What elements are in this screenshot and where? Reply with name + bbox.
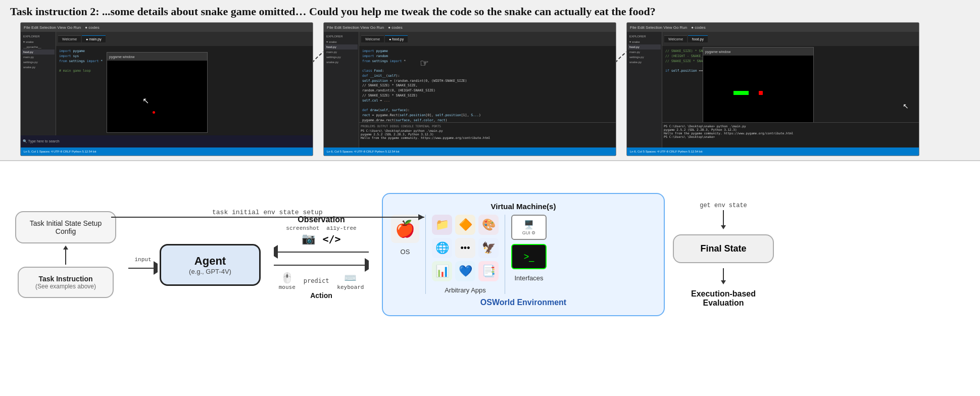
action-title: Action — [310, 291, 332, 300]
arrowhead-up — [63, 245, 68, 250]
arrowhead-down-2 — [721, 280, 726, 284]
folder-icon: 📁 — [432, 215, 452, 235]
os-column: 🍎 OS — [391, 215, 419, 256]
task-title: Task instruction 2: ...some details abou… — [10, 5, 970, 18]
action-arrow — [274, 261, 369, 270]
tab-foodpy-3: food.py — [688, 35, 708, 42]
predict-row: 🖱️ mouse predict ⌨️ keyboard — [279, 272, 364, 290]
tab-welcome-2: Welcome — [361, 35, 384, 42]
obs-arrow — [274, 247, 369, 257]
osworld-title: OSWorld Environment — [391, 298, 656, 307]
vscode-tabs-3: Welcome food.py — [662, 32, 919, 46]
sidebar-snake-2: ▾ snake — [325, 39, 358, 44]
terminal-icon: >_ — [524, 252, 534, 262]
top-section: Task instruction 2: ...some details abou… — [0, 0, 980, 161]
apps-grid: 📁 🔶 🎨 🌐 ••• 🦅 📊 💙 📑 — [432, 215, 499, 281]
vscode-tabs-1: Welcome ● main.py — [56, 32, 313, 46]
sidebar-explorer: EXPLORER — [22, 34, 55, 39]
vscode-titlebar-2: File Edit Selection View Go Run ● codes — [324, 23, 616, 32]
right-section: get env state Final State Execution-base… — [673, 202, 774, 308]
v-line-up — [65, 250, 66, 265]
get-env-state-arrow: get env state — [700, 202, 747, 229]
dots-icon: ••• — [455, 238, 475, 258]
eval-line1: Execution-based — [673, 289, 774, 299]
sidebar-explorer-3: EXPLORER — [628, 34, 661, 39]
tab-welcome-3: Welcome — [664, 35, 687, 42]
keyboard-item: ⌨️ keyboard — [337, 272, 364, 290]
sidebar-food-2: food.py — [325, 44, 358, 49]
gui-icon: 🖥️ — [524, 220, 534, 229]
vscode-sidebar-3: EXPLORER ▾ snake food.py main.py setting… — [627, 32, 662, 156]
divider-2 — [505, 215, 505, 294]
arrowhead-down-1 — [721, 225, 726, 229]
mouse-label: mouse — [279, 284, 296, 290]
vm-env-box: Virtual Machine(s) 🍎 OS 📁 🔶 🎨 — [382, 193, 665, 316]
vscode-titlebar-1: File Edit Selection View Go Run ● codes — [21, 23, 313, 32]
input-arrow: input — [128, 257, 158, 273]
vm-label: Virtual Machine(s) — [391, 202, 656, 211]
ally-tree-label: a11y-tree — [326, 225, 356, 231]
eval-box: Execution-based Evaluation — [673, 289, 774, 308]
h-line-action — [274, 265, 365, 266]
screenshot-3: File Edit Selection View Go Run ● codes … — [626, 22, 919, 156]
tab-foodpy-2: ● food.py — [385, 35, 408, 42]
os-label: OS — [401, 248, 410, 256]
screenshot-1: File Edit Selection View Go Run ● codes … — [20, 22, 313, 156]
sidebar-settings: settings.py — [22, 60, 55, 65]
input-arrow-line — [128, 264, 158, 273]
obs-icons-row: 📷 </> — [302, 232, 340, 245]
v-line-1 — [723, 210, 724, 225]
left-column: Task Initial State Setup Config Task Ins… — [15, 211, 116, 298]
down-arrow-2 — [721, 268, 726, 284]
flow-diagram: Task Initial State Setup Config Task Ins… — [15, 193, 965, 316]
task-initial-box: Task Initial State Setup Config — [15, 211, 116, 243]
code-tag-icon: </> — [322, 233, 340, 245]
agent-title: Agent — [173, 255, 247, 268]
chrome-icon: 🌐 — [432, 238, 452, 258]
h-line-obs — [278, 252, 369, 253]
final-state-text: Final State — [700, 243, 746, 254]
observation-title: Observation — [298, 215, 345, 224]
get-env-state-label: get env state — [700, 202, 747, 209]
vscode-icon: 💙 — [455, 261, 475, 281]
sidebar-snakepy-3: snake.py — [628, 60, 661, 65]
gui-label: GUI ⚙ — [522, 230, 536, 235]
sidebar-main-3: main.py — [628, 49, 661, 55]
down-arrow-1 — [721, 210, 726, 229]
terminal-icon-box: >_ — [511, 244, 547, 269]
interfaces-column: 🖥️ GUI ⚙ >_ Interfaces — [511, 215, 547, 282]
thunderbird-icon: 🦅 — [478, 238, 499, 258]
powerpoint-icon: 📑 — [478, 261, 499, 281]
input-label: input — [134, 257, 151, 263]
sidebar-main-2: main.py — [325, 49, 358, 55]
screenshot-2: File Edit Selection View Go Run ● codes … — [323, 22, 616, 156]
sidebar-food: food.py — [22, 49, 55, 55]
sidebar-pycache: __pycache__ — [22, 44, 55, 49]
up-arrow — [63, 245, 68, 265]
predict-label: predict — [304, 277, 329, 284]
sidebar-explorer-2: EXPLORER — [325, 34, 358, 39]
sidebar-snakepy-2: snake.py — [325, 60, 358, 65]
action-block: 🖱️ mouse predict ⌨️ keyboard Action — [279, 272, 364, 300]
arrowhead-input — [154, 264, 158, 273]
excel-icon: 📊 — [432, 261, 452, 281]
sidebar-food-3: food.py — [628, 44, 661, 49]
bottom-section: Task Initial State Setup Config Task Ins… — [0, 161, 980, 348]
interface-icons: 🖥️ GUI ⚙ >_ — [511, 215, 547, 269]
keyboard-label: keyboard — [337, 284, 364, 290]
screenshot-label: screenshot — [286, 225, 319, 231]
game-window-1: pygame window ↖ — [107, 52, 208, 133]
sidebar-settings-2: settings.py — [325, 55, 358, 60]
screenshots-row: File Edit Selection View Go Run ● codes … — [10, 22, 970, 156]
eval-line2: Evaluation — [673, 299, 774, 308]
agent-subtitle: (e.g., GPT-4V) — [173, 268, 247, 275]
tab-welcome-1: Welcome — [58, 35, 81, 42]
v-line-2 — [723, 268, 724, 280]
bidir-arrows: Observation screenshot a11y-tree 📷 </> — [266, 215, 377, 300]
screenshot-obs: screenshot — [286, 225, 319, 231]
task-instruction-subtitle: (See examples above) — [29, 283, 103, 290]
gui-icon-box: 🖥️ GUI ⚙ — [511, 215, 547, 240]
keyboard-icon: ⌨️ — [344, 272, 357, 283]
camera-icon: 📷 — [302, 232, 315, 245]
final-state-box: Final State — [673, 234, 774, 263]
